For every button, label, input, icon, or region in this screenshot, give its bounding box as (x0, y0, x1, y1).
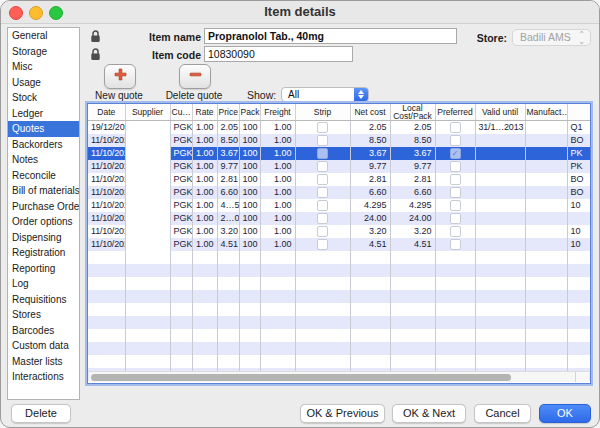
strip-checkbox[interactable] (317, 148, 328, 159)
strip-checkbox[interactable] (317, 122, 328, 133)
cell-valid-until[interactable] (475, 199, 525, 212)
cell-manufacturer[interactable] (525, 160, 567, 173)
sidebar-item-usage[interactable]: Usage (8, 75, 79, 91)
cell-clipped-col[interactable]: BO (567, 186, 591, 199)
item-name-field[interactable] (204, 28, 457, 44)
table-row[interactable]: 11/10/2018PGK1.004…51001.004.2954.29510 (88, 199, 591, 212)
cell-currency[interactable]: PGK (170, 186, 192, 199)
cell-net-cost[interactable]: 8.50 (350, 134, 390, 147)
cell-strip[interactable] (295, 121, 350, 134)
sidebar-item-reporting[interactable]: Reporting (8, 261, 79, 277)
cell-price[interactable]: 2…0 (217, 212, 239, 225)
cell-clipped-col[interactable]: Q1 (567, 121, 591, 134)
preferred-checkbox[interactable] (450, 187, 461, 198)
strip-checkbox[interactable] (317, 135, 328, 146)
sidebar-item-requisitions[interactable]: Requisitions (8, 292, 79, 308)
cell-manufacturer[interactable] (525, 173, 567, 186)
table-row[interactable]: 11/10/2018PGK1.008.501001.008.508.50BO (88, 134, 591, 147)
cell-strip[interactable] (295, 238, 350, 251)
strip-checkbox[interactable] (317, 239, 328, 250)
sidebar-item-stores[interactable]: Stores (8, 307, 79, 323)
cell-pack[interactable]: 100 (239, 238, 260, 251)
cell-preferred[interactable] (435, 225, 475, 238)
cell-clipped-col[interactable]: BO (567, 173, 591, 186)
sidebar-item-master-lists[interactable]: Master lists (8, 354, 79, 370)
column-header-local-cost[interactable]: Local Cost/Pack (390, 104, 435, 121)
strip-checkbox[interactable] (317, 200, 328, 211)
cell-pack[interactable]: 100 (239, 186, 260, 199)
preferred-checkbox[interactable] (450, 239, 461, 250)
cell-manufacturer[interactable] (525, 121, 567, 134)
strip-checkbox[interactable] (317, 213, 328, 224)
column-header-manufacturer[interactable]: Manufact… (525, 104, 567, 121)
cell-pack[interactable]: 100 (239, 212, 260, 225)
cell-freight[interactable]: 1.00 (260, 238, 295, 251)
sidebar-item-ledger[interactable]: Ledger (8, 106, 79, 122)
cell-currency[interactable]: PGK (170, 225, 192, 238)
cell-local-cost[interactable]: 2.81 (390, 173, 435, 186)
cell-rate[interactable]: 1.00 (192, 225, 217, 238)
cell-currency[interactable]: PGK (170, 121, 192, 134)
sidebar-item-purchase-orders[interactable]: Purchase Orders (8, 199, 79, 215)
cell-clipped-col[interactable]: PK (567, 160, 591, 173)
cell-valid-until[interactable] (475, 160, 525, 173)
table-row[interactable]: 11/10/2018PGK1.004.511001.004.514.5110 (88, 238, 591, 251)
cell-net-cost[interactable]: 2.05 (350, 121, 390, 134)
table-row[interactable]: 11/10/2018PGK1.009.771001.009.779.77PK (88, 160, 591, 173)
preferred-checkbox[interactable] (450, 213, 461, 224)
cell-net-cost[interactable]: 9.77 (350, 160, 390, 173)
cell-price[interactable]: 2.81 (217, 173, 239, 186)
cell-rate[interactable]: 1.00 (192, 160, 217, 173)
strip-checkbox[interactable] (317, 161, 328, 172)
sidebar-item-log[interactable]: Log (8, 276, 79, 292)
sidebar-item-stock[interactable]: Stock (8, 90, 79, 106)
sidebar-item-interactions[interactable]: Interactions (8, 369, 79, 385)
cell-valid-until[interactable] (475, 134, 525, 147)
cell-pack[interactable]: 100 (239, 134, 260, 147)
item-code-field[interactable] (204, 46, 353, 62)
cell-rate[interactable]: 1.00 (192, 121, 217, 134)
cell-valid-until[interactable] (475, 147, 525, 160)
cell-rate[interactable]: 1.00 (192, 173, 217, 186)
cell-freight[interactable]: 1.00 (260, 199, 295, 212)
cell-date[interactable]: 11/10/2018 (88, 134, 125, 147)
show-popup[interactable]: All (281, 87, 369, 102)
sidebar-item-custom-data[interactable]: Custom data (8, 338, 79, 354)
preferred-checkbox[interactable] (450, 161, 461, 172)
cell-freight[interactable]: 1.00 (260, 225, 295, 238)
cell-local-cost[interactable]: 8.50 (390, 134, 435, 147)
sidebar-item-reconcile[interactable]: Reconcile (8, 168, 79, 184)
cell-manufacturer[interactable] (525, 134, 567, 147)
cell-pack[interactable]: 100 (239, 147, 260, 160)
cell-currency[interactable]: PGK (170, 212, 192, 225)
ok-previous-button[interactable]: OK & Previous (300, 404, 385, 423)
cell-manufacturer[interactable] (525, 147, 567, 160)
sidebar-item-order-options[interactable]: Order options (8, 214, 79, 230)
cell-local-cost[interactable]: 9.77 (390, 160, 435, 173)
sidebar-item-notes[interactable]: Notes (8, 152, 79, 168)
cell-date[interactable]: 11/10/2018 (88, 212, 125, 225)
cell-strip[interactable] (295, 147, 350, 160)
preferred-checkbox[interactable] (450, 135, 461, 146)
cell-price[interactable]: 2.05 (217, 121, 239, 134)
column-header-pack[interactable]: Pack… (239, 104, 260, 121)
strip-checkbox[interactable] (317, 187, 328, 198)
table-row[interactable]: 11/10/2018PGK1.002…01001.0024.0024.00 (88, 212, 591, 225)
cell-preferred[interactable]: ✓ (435, 147, 475, 160)
column-header-currency[interactable]: Cu… (170, 104, 192, 121)
cell-preferred[interactable] (435, 121, 475, 134)
cell-freight[interactable]: 1.00 (260, 160, 295, 173)
ok-next-button[interactable]: OK & Next (392, 404, 466, 423)
cell-supplier[interactable] (125, 186, 170, 199)
cell-strip[interactable] (295, 186, 350, 199)
preferred-checkbox[interactable] (450, 174, 461, 185)
cell-rate[interactable]: 1.00 (192, 147, 217, 160)
cell-supplier[interactable] (125, 160, 170, 173)
cell-strip[interactable] (295, 199, 350, 212)
cell-pack[interactable]: 100 (239, 199, 260, 212)
delete-button[interactable]: Delete (11, 404, 71, 423)
cell-freight[interactable]: 1.00 (260, 121, 295, 134)
cell-valid-until[interactable] (475, 212, 525, 225)
table-row[interactable]: 11/10/2018PGK1.006.601001.006.606.60BO (88, 186, 591, 199)
cell-preferred[interactable] (435, 160, 475, 173)
